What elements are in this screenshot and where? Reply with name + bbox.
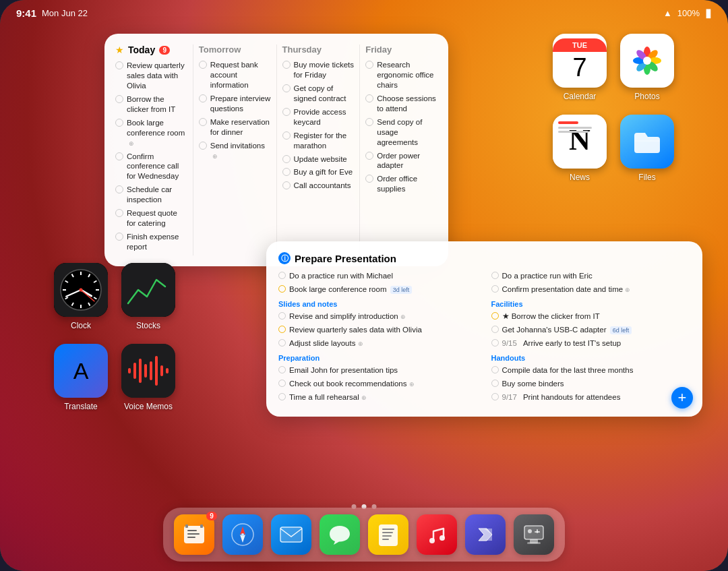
stocks-label: Stocks — [136, 321, 160, 330]
shortcuts-dock-icon — [473, 522, 497, 547]
stocks-icon — [121, 263, 175, 317]
preparation-section-label: Preparation — [278, 354, 478, 362]
dock-shortcuts[interactable] — [465, 514, 506, 555]
facilities-section-label: Facilities — [491, 300, 691, 308]
svg-point-8 — [643, 57, 651, 65]
presentation-left-col: Do a practice run with Michael Book larg… — [278, 271, 478, 406]
clock-app-icon[interactable]: Clock — [54, 263, 108, 330]
files-app-icon[interactable]: Files — [620, 115, 674, 182]
svg-rect-38 — [150, 361, 152, 380]
files-icon — [630, 125, 664, 158]
pres-task: Revise and simplify introduction ⊕ — [278, 311, 478, 322]
task-item: Register for the marathon — [282, 131, 355, 151]
pres-task: 9/17 Print handouts for attendees — [491, 392, 691, 402]
files-label: Files — [638, 173, 655, 182]
svg-rect-56 — [382, 535, 392, 537]
task-item: Order power adapter — [365, 151, 437, 171]
task-item: Send copy of usage agreements — [365, 117, 437, 148]
app-icons-bottom-left: Clock Stocks A Translate — [54, 263, 175, 411]
status-right: ▲ 100% ▮ — [663, 5, 712, 20]
info-icon: ⓘ — [278, 252, 291, 264]
safari-dock-icon — [229, 521, 256, 548]
photos-app-icon[interactable]: Photos — [620, 34, 674, 101]
add-button[interactable]: + — [671, 387, 693, 409]
dock-messages[interactable] — [320, 514, 360, 555]
dock-reminders[interactable]: 9 — [174, 514, 214, 555]
dock-safari[interactable] — [222, 514, 263, 555]
app-icons-top: TUE 7 Calendar — [553, 34, 674, 182]
news-label: News — [570, 173, 590, 182]
svg-point-63 — [528, 529, 532, 533]
task-item: Make reservation for dinner — [199, 117, 271, 138]
stocks-app-icon[interactable]: Stocks — [121, 263, 175, 330]
task-item: Request bank account information — [199, 60, 271, 90]
task-item: Send invitations ⊕ — [199, 141, 271, 161]
friday-header: Friday — [365, 44, 437, 55]
pres-task: 9/15 Arrive early to test IT's setup — [491, 338, 691, 349]
svg-rect-35 — [133, 363, 136, 379]
pres-task: Adjust slide layouts ⊕ — [278, 338, 478, 349]
svg-rect-47 — [200, 524, 203, 528]
messages-dock-icon — [327, 522, 353, 547]
today-badge: 9 — [159, 46, 170, 55]
dock-mail[interactable] — [271, 514, 311, 555]
svg-rect-36 — [139, 359, 142, 383]
clock-label: Clock — [71, 321, 91, 330]
svg-rect-39 — [155, 356, 158, 386]
photos-icon — [628, 42, 666, 80]
task-item: Provide access keycard — [282, 107, 355, 127]
presentation-widget: ⓘ Prepare Presentation Do a practice run… — [266, 241, 702, 417]
dock-notes[interactable] — [368, 514, 408, 555]
svg-rect-46 — [185, 524, 188, 528]
reminders-widget: ★ Today 9 Review quarterly sales data wi… — [104, 34, 448, 266]
news-icon: N — [553, 115, 607, 169]
svg-rect-40 — [160, 365, 163, 376]
voice-memos-app-icon[interactable]: Voice Memos — [121, 344, 175, 411]
svg-rect-13 — [558, 131, 588, 133]
translate-icon: A — [73, 358, 89, 384]
friday-column: Friday Research ergonomic office chairs … — [360, 44, 437, 256]
svg-rect-43 — [187, 530, 197, 531]
task-item: Borrow the clicker from IT — [115, 94, 187, 115]
calendar-date: 7 — [572, 52, 586, 83]
svg-rect-37 — [144, 364, 147, 378]
presentation-title: Prepare Presentation — [295, 253, 396, 264]
pres-task: Book large conference room 3d left — [278, 284, 478, 295]
svg-rect-60 — [524, 526, 543, 539]
calendar-app-icon[interactable]: TUE 7 Calendar — [553, 34, 607, 101]
today-star-icon: ★ — [115, 44, 124, 55]
pres-task: Do a practice run with Michael — [278, 271, 478, 281]
arcade-dock-icon — [522, 522, 546, 547]
today-column: ★ Today 9 Review quarterly sales data wi… — [115, 44, 193, 256]
task-item: Buy movie tickets for Friday — [282, 60, 355, 80]
task-item: Research ergonomic office chairs — [365, 60, 437, 90]
today-label: Today — [128, 44, 155, 55]
svg-rect-34 — [128, 368, 131, 373]
battery-icon: ▮ — [705, 5, 712, 20]
pres-task: Buy some binders — [491, 379, 691, 389]
pres-task: ★ Borrow the clicker from IT — [491, 311, 691, 322]
dock: 9 — [163, 508, 565, 562]
dock-arcade[interactable] — [514, 514, 554, 555]
svg-rect-65 — [535, 531, 540, 533]
svg-rect-44 — [187, 533, 200, 535]
svg-point-59 — [439, 535, 445, 541]
calendar-label: Calendar — [564, 92, 597, 101]
task-item: Request quote for catering — [115, 208, 187, 229]
svg-rect-62 — [527, 542, 541, 544]
dock-music[interactable] — [417, 514, 457, 555]
reminders-dock-icon — [181, 522, 207, 547]
pres-task: Check out book recommendations ⊕ — [278, 379, 478, 389]
status-time: 9:41 — [16, 7, 36, 19]
task-item: Call accountants — [282, 181, 355, 191]
task-item: Get copy of signed contract — [282, 84, 355, 104]
news-app-icon[interactable]: N News — [553, 115, 607, 182]
translate-app-icon[interactable]: A Translate — [54, 344, 108, 411]
task-item: Book large conference room ⊕ — [115, 118, 187, 148]
voice-memos-icon — [121, 344, 175, 398]
svg-point-31 — [80, 289, 83, 292]
svg-rect-12 — [558, 127, 592, 129]
photos-label: Photos — [634, 92, 659, 101]
svg-rect-55 — [382, 532, 393, 533]
notes-dock-icon — [376, 522, 400, 547]
